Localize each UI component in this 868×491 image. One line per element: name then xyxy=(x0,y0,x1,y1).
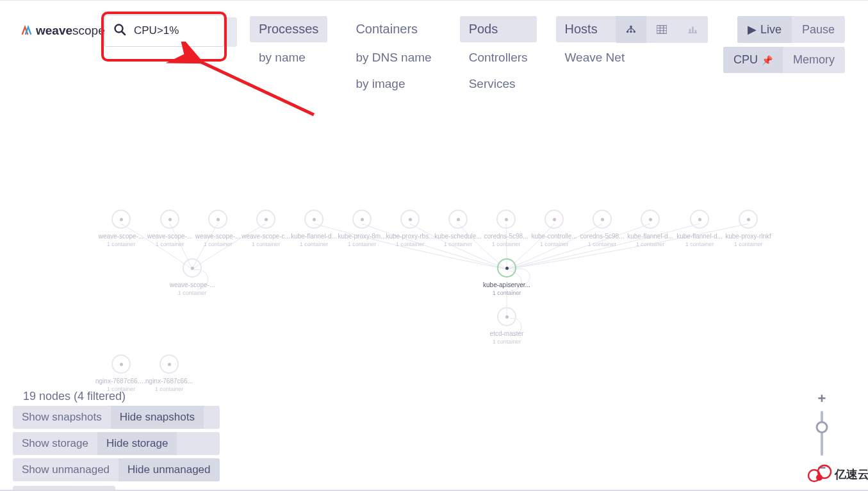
show-snapshots-button[interactable]: Show snapshots xyxy=(13,406,111,429)
metric-memory-button[interactable]: Memory xyxy=(783,47,845,73)
node-ring-icon xyxy=(400,210,420,229)
node-label: nginx-7687c66...er xyxy=(95,378,147,385)
graph-node[interactable]: weave-scope-...1 container xyxy=(144,210,195,247)
svg-point-3 xyxy=(630,26,632,28)
node-ring-icon xyxy=(111,210,131,229)
node-label: weave-scope-... xyxy=(195,233,241,240)
cpu-label: CPU xyxy=(733,53,758,67)
node-ring-icon xyxy=(497,307,516,326)
node-ring-icon xyxy=(352,210,372,229)
layout-graph-button[interactable] xyxy=(616,16,646,43)
node-ring-icon xyxy=(739,210,758,229)
search-box[interactable] xyxy=(104,15,224,47)
node-label: kube-proxy-8m... xyxy=(338,233,386,240)
node-sublabel: 1 container xyxy=(107,386,136,392)
node-label: weave-scope-c... xyxy=(242,233,290,240)
zoom-handle[interactable] xyxy=(816,421,828,433)
nav-containers-dns[interactable]: by DNS name xyxy=(347,47,440,69)
node-ring-icon xyxy=(690,210,709,229)
nav-processes-byname[interactable]: by name xyxy=(250,47,327,69)
node-label: kube-apiserver... xyxy=(483,281,530,288)
graph-node[interactable]: weave-scope-c...1 container xyxy=(240,210,291,247)
graph-node[interactable]: kube-schedule...1 container xyxy=(432,210,484,247)
node-sublabel: 1 container xyxy=(252,241,281,247)
nav-pods[interactable]: Pods xyxy=(460,16,537,42)
live-label: Live xyxy=(760,23,782,37)
nav-pods-controllers[interactable]: Controllers xyxy=(460,47,537,69)
node-ring-icon xyxy=(111,354,131,374)
node-ring-icon xyxy=(160,354,179,374)
svg-rect-15 xyxy=(694,30,696,33)
graph-node[interactable]: kube-apiserver...1 container xyxy=(481,258,532,296)
graph-node[interactable]: kube-controlle...1 container xyxy=(528,210,580,247)
layout-table-button[interactable] xyxy=(646,16,677,43)
node-sublabel: 1 container xyxy=(492,241,521,247)
search-input[interactable] xyxy=(126,24,270,37)
hide-unmanaged-button[interactable]: Hide unmanaged xyxy=(119,458,219,481)
playback-segment: ▶ Live Pause xyxy=(737,16,845,43)
play-icon: ▶ xyxy=(748,22,757,37)
graph-node[interactable]: coredns-5c98...1 container xyxy=(480,210,532,247)
node-ring-icon xyxy=(304,210,323,229)
node-ring-icon xyxy=(183,258,202,278)
node-sublabel: 1 container xyxy=(540,241,569,247)
graph-node[interactable]: weave-scope-...1 container xyxy=(192,210,243,247)
topology-graph[interactable]: weave-scope-...1 containerweave-scope-..… xyxy=(0,84,868,366)
node-label: kube-flannel-d... xyxy=(291,233,337,240)
node-sublabel: 1 container xyxy=(178,290,207,296)
node-ring-icon xyxy=(593,210,612,229)
node-label: weave-scope-... xyxy=(170,281,215,288)
graph-node[interactable]: kube-flannel-d...1 container xyxy=(288,210,340,247)
node-label: weave-scope-... xyxy=(147,233,193,240)
live-button[interactable]: ▶ Live xyxy=(737,16,792,43)
show-storage-button[interactable]: Show storage xyxy=(13,432,97,455)
graph-node[interactable]: etcd-master1 container xyxy=(481,307,532,345)
bottom-segment-peek xyxy=(13,486,115,490)
graph-node[interactable]: kube-flannel-d...1 container xyxy=(674,210,725,247)
search-icon xyxy=(113,23,126,39)
graph-node[interactable]: kube-proxy-rbs...1 container xyxy=(384,210,436,247)
svg-rect-7 xyxy=(657,26,667,33)
node-ring-icon xyxy=(497,258,516,278)
graph-node[interactable]: weave-scope-...1 container xyxy=(95,210,147,247)
graph-node[interactable]: kube-proxy-8m...1 container xyxy=(336,210,388,247)
graph-node[interactable]: coredns-5c98...1 container xyxy=(577,210,628,247)
graph-node[interactable]: kube-proxy-rlnkf1 container xyxy=(723,210,774,247)
node-sublabel: 1 container xyxy=(107,241,136,247)
node-label: kube-proxy-rbs... xyxy=(386,233,434,240)
graph-node[interactable]: nginx-7687c66...1 container xyxy=(143,354,195,392)
svg-point-4 xyxy=(626,31,629,33)
node-sublabel: 1 container xyxy=(156,241,184,247)
node-label: kube-schedule... xyxy=(434,233,481,240)
svg-line-1 xyxy=(122,31,126,35)
node-sublabel: 1 container xyxy=(636,241,665,247)
svg-point-6 xyxy=(633,31,635,33)
node-sublabel: 1 container xyxy=(734,241,763,247)
node-ring-icon xyxy=(208,210,227,229)
view-nav: Processes by name Containers by DNS name… xyxy=(250,16,634,95)
zoom-track[interactable] xyxy=(821,411,823,456)
layout-chart-button[interactable] xyxy=(677,16,708,43)
node-sublabel: 1 container xyxy=(204,241,233,247)
zoom-in-button[interactable]: + xyxy=(814,390,830,407)
nav-containers[interactable]: Containers xyxy=(347,16,440,42)
node-ring-icon xyxy=(545,210,564,229)
node-label: nginx-7687c66... xyxy=(145,378,193,385)
graph-node[interactable]: kube-flannel-d...1 container xyxy=(625,210,676,247)
hide-snapshots-button[interactable]: Hide snapshots xyxy=(111,406,204,429)
filter-controls: Show snapshots Hide snapshots Show stora… xyxy=(13,406,220,481)
show-unmanaged-button[interactable]: Show unmanaged xyxy=(13,458,119,481)
node-sublabel: 1 container xyxy=(155,386,184,392)
watermark: 亿速云 xyxy=(805,462,868,487)
graph-node[interactable]: nginx-7687c66...er1 container xyxy=(95,354,147,392)
node-label: weave-scope-... xyxy=(99,233,144,240)
node-sublabel: 1 container xyxy=(300,241,329,247)
metric-cpu-button[interactable]: CPU 📌 xyxy=(723,47,783,73)
node-label: kube-controlle... xyxy=(531,233,577,240)
unmanaged-segment: Show unmanaged Hide unmanaged xyxy=(13,458,220,481)
pause-button[interactable]: Pause xyxy=(792,16,845,43)
graph-node[interactable]: weave-scope-...1 container xyxy=(167,258,218,296)
node-sublabel: 1 container xyxy=(685,241,714,247)
hide-storage-button[interactable]: Hide storage xyxy=(97,432,177,455)
node-ring-icon xyxy=(641,210,660,229)
